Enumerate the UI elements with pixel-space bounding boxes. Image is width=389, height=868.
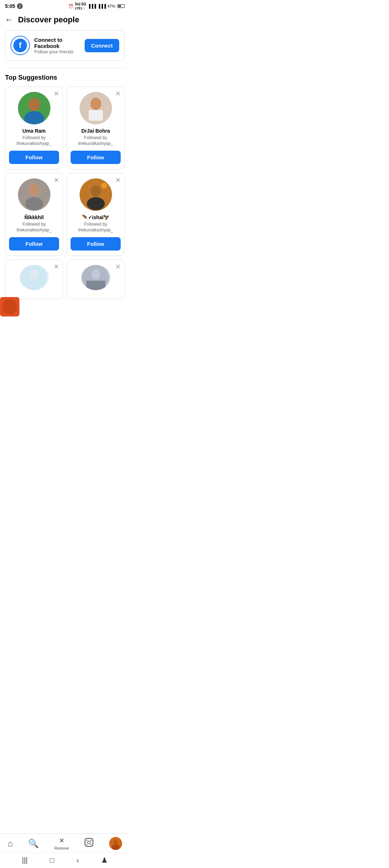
follow-vishal-button[interactable]: Follow — [71, 237, 121, 251]
avatar-drjai-bohra — [80, 92, 112, 124]
suggestions-grid: ✕ Uma Ram Followed by thekunalkashyap_ F… — [0, 87, 130, 256]
avatar-vishal — [80, 178, 112, 211]
follow-drjai-bohra-button[interactable]: Follow — [71, 151, 121, 164]
avatar-nikkkhil — [18, 178, 50, 211]
facebook-connect-banner: f Connect to Facebook Follow your friend… — [5, 30, 125, 61]
svg-point-11 — [87, 197, 105, 210]
person-followed-uma-ram: Followed by thekunalkashyap_ — [17, 135, 52, 146]
person-name-vishal: 🪶✓ishal🦅 — [82, 214, 110, 220]
person-card-vishal: ✕ 🪶✓ishal🦅 Followed by thekunalkashyap_ … — [67, 173, 125, 256]
person-name-uma-ram: Uma Ram — [22, 128, 46, 134]
signal-icon: ▐▐▐ — [88, 4, 96, 8]
svg-point-7 — [29, 184, 40, 196]
notification-badge: 2 — [17, 3, 23, 9]
dismiss-nikkkhil-button[interactable]: ✕ — [54, 177, 59, 183]
avatar-partial1 — [20, 265, 49, 290]
facebook-banner-subtitle: Follow your friends — [34, 49, 80, 54]
avatar-partial2 — [81, 265, 110, 290]
dismiss-partial1-button[interactable]: ✕ — [54, 264, 59, 270]
network-label: Vo) 5GLTE1 ↕ — [75, 2, 86, 10]
person-card-uma-ram: ✕ Uma Ram Followed by thekunalkashyap_ F… — [5, 87, 63, 169]
person-card-partial-1: ✕ — [5, 260, 63, 299]
person-followed-nikkkhil: Followed by thekunalkashyap_ — [17, 222, 52, 233]
dismiss-vishal-button[interactable]: ✕ — [115, 177, 121, 183]
page-header: ← Discover people — [0, 12, 130, 30]
status-icons: ⏰ Vo) 5GLTE1 ↕ ▐▐▐ ▐▐▐ 47% — [68, 2, 125, 10]
person-followed-vishal: Followed by thekunalkashyap_ — [78, 222, 113, 233]
svg-rect-17 — [86, 281, 105, 290]
follow-nikkkhil-button[interactable]: Follow — [9, 237, 59, 251]
partial-cards-row: ✕ ✕ — [0, 256, 130, 299]
back-button[interactable]: ← — [5, 15, 13, 25]
svg-rect-5 — [89, 110, 103, 121]
svg-point-28 — [3, 299, 17, 315]
svg-point-12 — [101, 183, 107, 189]
status-time: 5:05 — [5, 3, 15, 9]
svg-point-4 — [90, 98, 101, 110]
person-name-nikkkhil: Ñīkkkhīl — [24, 214, 44, 220]
person-card-drjai-bohra: ✕ DrJai Bohra Followed by thekunalkashya… — [67, 87, 125, 169]
dismiss-partial2-button[interactable]: ✕ — [115, 264, 121, 270]
battery-icon — [117, 4, 125, 8]
home-screen-thumbnail — [0, 297, 19, 316]
dismiss-uma-ram-button[interactable]: ✕ — [54, 90, 59, 97]
person-followed-drjai-bohra: Followed by thekunalkashyap_ — [78, 135, 113, 146]
person-card-nikkkhil: ✕ Ñīkkkhīl Followed by thekunalkashyap_ … — [5, 173, 63, 256]
person-card-partial-2: ✕ — [67, 260, 125, 299]
signal-icon2: ▐▐▐ — [98, 4, 106, 8]
facebook-banner-text: Connect to Facebook Follow your friends — [34, 37, 80, 54]
avatar-uma-ram — [18, 92, 50, 124]
battery-percent: 47% — [107, 4, 115, 8]
top-suggestions-title: Top Suggestions — [0, 74, 130, 87]
divider — [5, 68, 125, 68]
facebook-icon-wrap: f — [10, 36, 30, 55]
page-title: Discover people — [18, 15, 79, 25]
svg-point-1 — [28, 98, 40, 111]
status-bar: 5:05 2 ⏰ Vo) 5GLTE1 ↕ ▐▐▐ ▐▐▐ 47% — [0, 0, 130, 12]
svg-point-8 — [25, 197, 43, 210]
dismiss-drjai-bohra-button[interactable]: ✕ — [115, 90, 121, 97]
facebook-banner-title: Connect to Facebook — [34, 37, 80, 49]
facebook-icon: f — [13, 39, 27, 52]
connect-facebook-button[interactable]: Connect — [85, 39, 119, 52]
person-name-drjai-bohra: DrJai Bohra — [81, 128, 110, 134]
svg-point-10 — [91, 185, 101, 197]
svg-point-14 — [30, 270, 39, 280]
alarm-icon: ⏰ — [68, 4, 73, 9]
follow-uma-ram-button[interactable]: Follow — [9, 151, 59, 164]
svg-point-16 — [91, 270, 100, 280]
